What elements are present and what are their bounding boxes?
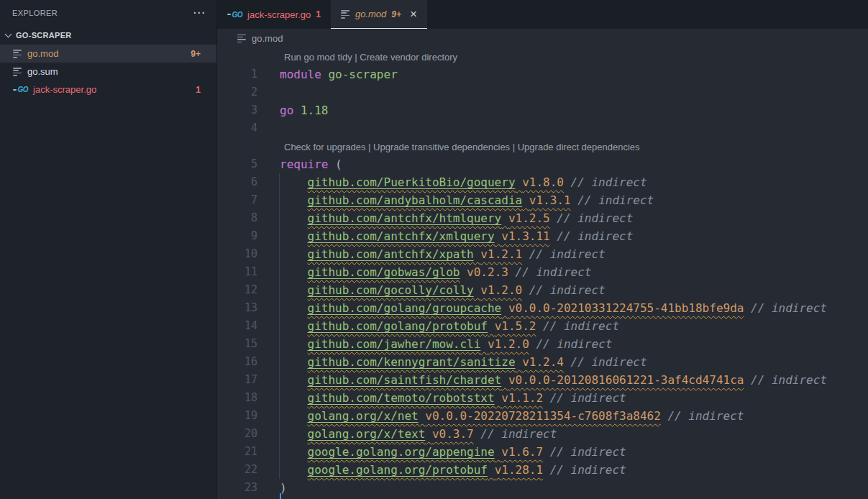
line-number: 9 (217, 227, 257, 245)
line-number: 7 (217, 191, 257, 209)
text-cursor (280, 493, 281, 499)
require-line: 8 github.com/antchfx/htmlquery v1.2.5 //… (217, 209, 868, 227)
line-number: 5 (217, 155, 257, 173)
problems-badge: 9+ (191, 49, 201, 59)
line-number: 17 (217, 371, 257, 389)
require-line: 17 github.com/saintfish/chardet v0.0.0-2… (217, 371, 868, 389)
require-line: 10 github.com/antchfx/xpath v1.2.1 // in… (217, 245, 868, 263)
module-path-link[interactable]: google.golang.org/appengine (308, 445, 495, 459)
breadcrumb-label: go.mod (252, 33, 283, 44)
line-number: 3 (217, 101, 257, 119)
line-number: 4 (217, 119, 257, 137)
module-path-link[interactable]: github.com/saintfish/chardet (308, 373, 502, 387)
file-item-go.mod[interactable]: go.mod 9+ (0, 45, 216, 63)
explorer-title: EXPLORER (12, 9, 193, 17)
file-item-jack-scraper.go[interactable]: GO jack-scraper.go 1 (0, 81, 216, 99)
tab-go.mod[interactable]: go.mod 9+ × (331, 0, 427, 29)
codelens-row: Run go mod tidy | Create vendor director… (217, 47, 868, 65)
require-line: 15 github.com/jawher/mow.cli v1.2.0 // i… (217, 335, 868, 353)
explorer-header: EXPLORER ⋯ (0, 0, 216, 26)
require-line: 19 golang.org/x/net v0.0.0-2022072821135… (217, 407, 868, 425)
editor-group: GO jack-scraper.go 1 go.mod 9+ × go.mod … (217, 0, 868, 499)
line-number: 11 (217, 263, 257, 281)
tab-problems-badge: 1 (316, 9, 321, 19)
line-number: 16 (217, 353, 257, 371)
module-path-link[interactable]: golang.org/x/net (308, 409, 419, 423)
line-number: 8 (217, 209, 257, 227)
folder-section-header[interactable]: GO-SCRAPER (0, 26, 216, 45)
problems-badge: 1 (196, 85, 201, 95)
tab-jack-scraper.go[interactable]: GO jack-scraper.go 1 (217, 0, 331, 29)
code-line: 23) (217, 479, 868, 497)
vscode-window: EXPLORER ⋯ GO-SCRAPER go.mod 9+ go.sum G… (0, 0, 868, 499)
gomod-file-icon (13, 67, 22, 76)
line-number: 14 (217, 317, 257, 335)
explorer-sidebar: EXPLORER ⋯ GO-SCRAPER go.mod 9+ go.sum G… (0, 0, 217, 499)
module-path-link[interactable]: google.golang.org/protobuf (308, 463, 488, 477)
require-line: 12 github.com/gocolly/colly v1.2.0 // in… (217, 281, 868, 299)
code-line: 3go 1.18 (217, 101, 868, 119)
breadcrumb[interactable]: go.mod (217, 29, 868, 47)
module-path-link[interactable]: github.com/antchfx/xpath (308, 247, 474, 261)
code-line: 5require ( (217, 155, 868, 173)
line-number: 22 (217, 461, 257, 479)
line-number: 23 (217, 479, 257, 497)
require-line: 11 github.com/gobwas/glob v0.2.3 // indi… (217, 263, 868, 281)
file-list: go.mod 9+ go.sum GO jack-scraper.go 1 (0, 45, 216, 99)
close-icon[interactable]: × (410, 9, 417, 19)
module-path-link[interactable]: github.com/antchfx/htmlquery (308, 211, 502, 225)
line-number: 18 (217, 389, 257, 407)
code-line: 4 (217, 119, 868, 137)
module-path-link[interactable]: github.com/antchfx/xmlquery (308, 229, 495, 243)
module-path-link[interactable]: github.com/jawher/mow.cli (308, 337, 481, 351)
line-number: 19 (217, 407, 257, 425)
go-logo-icon: GO (227, 11, 242, 19)
code-line: 2 (217, 83, 868, 101)
require-line: 7 github.com/andybalholm/cascadia v1.3.1… (217, 191, 868, 209)
codelens-links[interactable]: Run go mod tidy | Create vendor director… (257, 47, 457, 65)
require-line: 16 github.com/kennygrant/sanitize v1.2.4… (217, 353, 868, 371)
gomod-file-icon (237, 34, 247, 43)
require-line: 20 golang.org/x/text v0.3.7 // indirect (217, 425, 868, 443)
more-actions-icon[interactable]: ⋯ (193, 9, 205, 17)
module-path-link[interactable]: github.com/temoto/robotstxt (308, 391, 495, 405)
gomod-file-icon (341, 9, 350, 19)
line-number: 13 (217, 299, 257, 317)
code-editor[interactable]: Run go mod tidy | Create vendor director… (217, 47, 868, 499)
require-line: 22 google.golang.org/protobuf v1.28.1 //… (217, 461, 868, 479)
line-number: 12 (217, 281, 257, 299)
module-path-link[interactable]: github.com/gobwas/glob (308, 265, 460, 279)
line-number: 21 (217, 443, 257, 461)
require-line: 14 github.com/golang/protobuf v1.5.2 // … (217, 317, 868, 335)
require-line: 13 github.com/golang/groupcache v0.0.0-2… (217, 299, 868, 317)
codelens-row: Check for upgrades | Upgrade transitive … (217, 137, 868, 155)
module-path-link[interactable]: github.com/golang/groupcache (308, 301, 502, 315)
require-line: 9 github.com/antchfx/xmlquery v1.3.11 //… (217, 227, 868, 245)
file-name: go.sum (27, 66, 201, 77)
codelens-links[interactable]: Check for upgrades | Upgrade transitive … (257, 137, 640, 155)
line-number: 15 (217, 335, 257, 353)
folder-name: GO-SCRAPER (16, 31, 72, 40)
tab-label: go.mod (355, 9, 386, 19)
tab-bar: GO jack-scraper.go 1 go.mod 9+ × (217, 0, 868, 29)
indent-guide (279, 173, 280, 479)
require-line: 21 google.golang.org/appengine v1.6.7 //… (217, 443, 868, 461)
module-path-link[interactable]: github.com/PuerkitoBio/goquery (308, 175, 516, 189)
module-path-link[interactable]: github.com/gocolly/colly (308, 283, 474, 297)
module-path-link[interactable]: github.com/kennygrant/sanitize (308, 355, 516, 369)
line-number: 1 (217, 65, 257, 83)
file-name: go.mod (27, 48, 191, 59)
gomod-file-icon (13, 49, 22, 58)
module-path-link[interactable]: github.com/golang/protobuf (308, 319, 488, 333)
go-logo-icon: GO (13, 86, 28, 93)
code-line: 1module go-scraper (217, 65, 868, 83)
module-path-link[interactable]: github.com/andybalholm/cascadia (308, 193, 523, 207)
line-number: 10 (217, 245, 257, 263)
require-line: 18 github.com/temoto/robotstxt v1.1.2 //… (217, 389, 868, 407)
line-number: 20 (217, 425, 257, 443)
line-number: 6 (217, 173, 257, 191)
file-item-go.sum[interactable]: go.sum (0, 63, 216, 81)
require-line: 6 github.com/PuerkitoBio/goquery v1.8.0 … (217, 173, 868, 191)
module-path-link[interactable]: golang.org/x/text (308, 427, 426, 441)
tab-problems-badge: 9+ (391, 9, 401, 19)
